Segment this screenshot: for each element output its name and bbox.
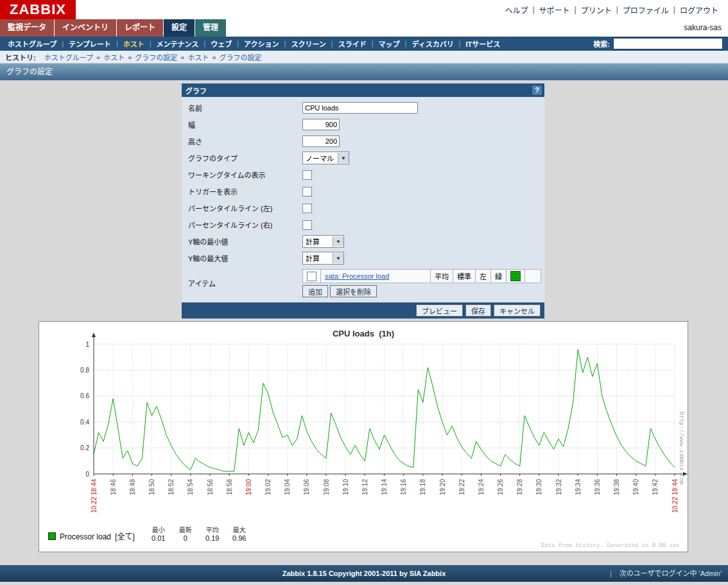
legend-period: [全て] (115, 530, 135, 541)
form-row-triggers: トリガーを表示 (182, 183, 544, 200)
svg-text:10.22 19:44: 10.22 19:44 (672, 479, 679, 513)
top-link-2[interactable]: プリント (576, 4, 616, 15)
breadcrumb-link-3[interactable]: ホスト (187, 52, 209, 62)
breadcrumb-prefix: ヒストリ: (5, 52, 36, 62)
zabbix-page: ZABBIX ヘルプ|サポート|プリント|プロファイル|ログアウト 監視データイ… (0, 0, 728, 585)
delete-selected-button[interactable]: 選択を削除 (330, 285, 377, 297)
item-link[interactable]: sata: Processor load (325, 272, 389, 280)
svg-text:19:42: 19:42 (652, 479, 659, 495)
subnav-item-10[interactable]: ITサービス (461, 39, 506, 49)
legend-column-2: 平均0.19 (199, 525, 226, 542)
ymin-select[interactable]: 計算 ▼ (302, 235, 344, 248)
svg-text:19:10: 19:10 (342, 479, 349, 495)
preview-button[interactable]: プレビュー (416, 304, 463, 317)
ymax-value: 計算 (303, 253, 333, 263)
search-area: 検索: (593, 38, 728, 49)
svg-text:19:22: 19:22 (458, 479, 465, 495)
subnav-item-3[interactable]: メンテナンス (152, 39, 204, 49)
ymin-label: Y軸の最小値 (182, 236, 302, 247)
cancel-button[interactable]: キャンセル (494, 304, 541, 317)
breadcrumb-link-1[interactable]: ホスト (103, 52, 125, 62)
subnav-item-7[interactable]: スライド (333, 39, 372, 49)
svg-text:19:36: 19:36 (594, 479, 601, 495)
subnav-item-9[interactable]: ディスカバリ (406, 39, 458, 49)
width-field[interactable] (302, 119, 340, 130)
legend-column-3: 最大0.96 (226, 525, 253, 542)
breadcrumb-link-2[interactable]: グラフの設定 (135, 52, 177, 62)
height-field[interactable] (302, 135, 340, 147)
item-color-label: 緑 (491, 270, 507, 283)
percentile-right-checkbox[interactable] (302, 220, 312, 230)
svg-text:19:08: 19:08 (323, 479, 330, 495)
svg-text:1: 1 (85, 341, 89, 348)
graph-type-select[interactable]: ノーマル ▼ (302, 152, 349, 164)
save-button[interactable]: 保存 (465, 304, 491, 317)
top-link-3[interactable]: プロファイル (618, 4, 673, 15)
svg-text:19:28: 19:28 (516, 479, 523, 495)
graph-config-dialog: グラフ ? 名前 幅 高さ グラフのタイプ ノーマル ▼ (182, 83, 544, 319)
dialog-title: グラフ (186, 85, 207, 96)
percentile-right-label: パーセンタイルライン (右) (182, 220, 302, 230)
subnav-item-0[interactable]: ホストグループ (3, 39, 62, 49)
svg-text:0.6: 0.6 (80, 392, 89, 399)
items-label: アイテム (182, 269, 302, 288)
percentile-left-checkbox[interactable] (302, 204, 312, 213)
main-tab-3[interactable]: 設定 (164, 19, 195, 37)
add-button[interactable]: 追加 (302, 285, 328, 297)
item-function: 平均 (431, 270, 453, 283)
top-link-0[interactable]: ヘルプ (500, 4, 532, 15)
search-input[interactable] (613, 38, 723, 49)
breadcrumb-link-0[interactable]: ホストグループ (44, 52, 93, 62)
svg-text:19:34: 19:34 (575, 479, 582, 495)
main-menu: 監視データインベントリレポート設定管理 (0, 19, 227, 37)
subnav-item-1[interactable]: テンプレート (64, 39, 116, 49)
main-tab-1[interactable]: インベントリ (55, 19, 116, 37)
legend-column-value: 0.96 (226, 534, 253, 542)
graph-type-label: グラフのタイプ (182, 153, 302, 163)
dialog-header: グラフ ? (182, 83, 544, 97)
svg-text:0.2: 0.2 (80, 444, 89, 451)
height-label: 高さ (182, 136, 302, 146)
main-tab-0[interactable]: 監視データ (0, 19, 54, 37)
ymax-select[interactable]: 計算 ▼ (302, 252, 344, 265)
subnav-item-4[interactable]: ウェブ (205, 39, 237, 49)
graph-preview: CPU loads (1h) 00.20.40.60.8110.22 18:44… (39, 321, 688, 552)
item-select-checkbox[interactable] (307, 272, 316, 281)
svg-text:18:50: 18:50 (148, 479, 155, 495)
items-table: sata: Processor load 平均 標準 左 緑 (302, 269, 541, 283)
zabbix-logo: ZABBIX (0, 0, 76, 19)
svg-text:19:12: 19:12 (361, 479, 368, 495)
form-row-percentile-right: パーセンタイルライン (右) (182, 216, 544, 233)
svg-text:19:40: 19:40 (632, 479, 639, 495)
svg-text:19:06: 19:06 (303, 479, 310, 495)
breadcrumb-separator: » (128, 53, 132, 61)
worktime-label: ワーキングタイムの表示 (182, 170, 302, 180)
main-tab-2[interactable]: レポート (117, 19, 163, 37)
triggers-checkbox[interactable] (302, 187, 312, 196)
subnav-item-6[interactable]: スクリーン (286, 39, 331, 49)
svg-text:19:00: 19:00 (245, 479, 252, 495)
subnav-item-8[interactable]: マップ (374, 39, 405, 49)
footer-login-text: 次のユーザでログイン中 'Admin' (620, 570, 722, 577)
legend-columns: 最小0.01最新0平均0.19最大0.96 (145, 525, 253, 542)
help-icon[interactable]: ? (532, 85, 542, 96)
breadcrumb-link-4[interactable]: グラフの設定 (220, 52, 262, 62)
percentile-left-label: パーセンタイルライン (左) (182, 203, 302, 213)
main-tab-4[interactable]: 管理 (195, 19, 226, 37)
top-link-1[interactable]: サポート (535, 4, 575, 15)
item-spare-cell (525, 270, 541, 283)
worktime-checkbox[interactable] (302, 170, 312, 180)
subnav-item-5[interactable]: アクション (239, 39, 284, 49)
legend-column-header: 最大 (226, 525, 253, 534)
svg-text:19:02: 19:02 (264, 479, 272, 495)
item-color-swatch[interactable] (510, 271, 521, 281)
breadcrumb-links: ホストグループ»ホスト»グラフの設定»ホスト»グラフの設定 (42, 52, 264, 62)
svg-text:18:54: 18:54 (187, 479, 194, 495)
ymax-label: Y軸の最大値 (182, 253, 302, 263)
name-field[interactable] (302, 102, 418, 114)
top-link-4[interactable]: ログアウト (675, 4, 723, 15)
subnav-item-2[interactable]: ホスト (118, 39, 150, 49)
footer-login-info: |次のユーザでログイン中 'Admin' (610, 565, 722, 582)
legend-column-header: 最小 (145, 525, 172, 534)
footer-divider: | (610, 570, 612, 577)
